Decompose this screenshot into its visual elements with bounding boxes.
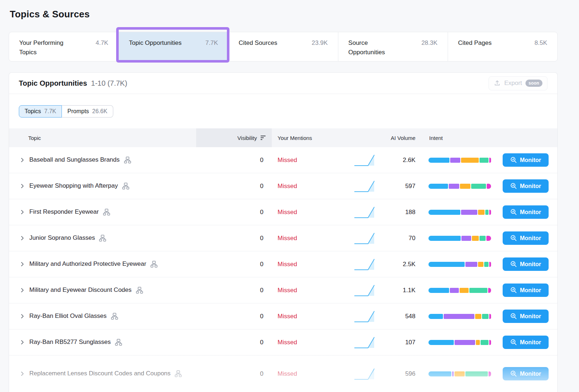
intent-segment: [485, 210, 489, 215]
mentions-status: Missed: [272, 235, 326, 242]
monitor-label: Monitor: [520, 209, 541, 216]
sitemap-icon: [122, 182, 130, 190]
intent-distribution-bar: [428, 314, 491, 319]
monitor-button[interactable]: Monitor: [503, 310, 549, 323]
mentions-status: Missed: [272, 261, 326, 268]
monitor-button[interactable]: Monitor: [503, 284, 549, 297]
sitemap-icon: [115, 338, 122, 346]
intent-distribution-bar: [428, 288, 491, 293]
topic-name[interactable]: Ray-Ban Elliot Oval Glasses: [29, 312, 107, 321]
intent-segment: [428, 184, 448, 189]
ai-volume-value: 2.5K: [377, 261, 415, 268]
intent-segment: [471, 184, 486, 189]
monitor-button[interactable]: Monitor: [503, 153, 549, 167]
intent-segment: [455, 371, 465, 376]
topic-name[interactable]: Military and Eyewear Discount Codes: [29, 286, 132, 295]
tab-cited-pages[interactable]: Cited Pages 8.5K: [448, 32, 557, 61]
topic-name[interactable]: Replacement Lenses Discount Codes and Co…: [29, 369, 170, 378]
toggle-prompts-count: 26.6K: [92, 108, 107, 115]
topic-name[interactable]: Ray-Ban RB5277 Sunglasses: [29, 338, 111, 347]
tab-source-opportunities[interactable]: Source Opportunities 28.3K: [338, 32, 448, 61]
intent-segment: [460, 288, 469, 293]
toggle-topics[interactable]: Topics 7.7K: [19, 105, 62, 118]
tab-count: 8.5K: [534, 38, 547, 48]
tab-your-performing-topics[interactable]: Your Performing Topics 4.7K: [9, 32, 119, 61]
tab-count: 4.7K: [96, 38, 108, 48]
intent-distribution-bar: [428, 340, 491, 345]
intent-segment: [428, 314, 443, 319]
mentions-status: Missed: [272, 157, 326, 164]
table-row: Baseball and Sunglasses Brands 0 Missed …: [9, 147, 557, 173]
ai-volume-value: 2.6K: [377, 157, 415, 164]
table-row: First Responder Eyewear 0 Missed 188: [9, 199, 557, 225]
expand-chevron-icon[interactable]: [19, 261, 25, 267]
upload-icon: [494, 80, 501, 87]
column-header-intent: Intent: [415, 128, 497, 147]
topic-name[interactable]: Junior Soprano Glasses: [29, 234, 95, 243]
export-button[interactable]: Export soon: [489, 76, 548, 90]
intent-segment: [450, 158, 460, 163]
expand-chevron-icon[interactable]: [19, 313, 25, 319]
intent-distribution-bar: [428, 158, 491, 163]
visibility-value: 0: [196, 157, 272, 164]
panel-range: 1-10 (7.7K): [91, 79, 127, 88]
intent-segment: [486, 236, 491, 241]
intent-segment: [489, 371, 491, 376]
monitor-button[interactable]: Monitor: [503, 336, 549, 349]
sitemap-icon: [111, 312, 118, 320]
intent-segment: [450, 288, 459, 293]
monitor-button[interactable]: Monitor: [503, 257, 549, 271]
table-body: Baseball and Sunglasses Brands 0 Missed …: [9, 147, 557, 392]
intent-segment: [488, 288, 491, 293]
intent-segment: [489, 262, 491, 267]
tab-count: 28.3K: [421, 38, 437, 48]
expand-chevron-icon[interactable]: [19, 339, 25, 345]
monitor-button[interactable]: Monitor: [503, 367, 549, 380]
expand-chevron-icon[interactable]: [19, 183, 25, 189]
expand-chevron-icon[interactable]: [19, 235, 25, 241]
topic-name[interactable]: Eyewear Shopping with Afterpay: [29, 182, 118, 191]
mentions-status: Missed: [272, 339, 326, 346]
visibility-sparkline: [326, 367, 377, 381]
monitor-magnifier-icon: [510, 261, 517, 268]
column-header-visibility[interactable]: Visibility: [196, 128, 272, 147]
tab-topic-opportunities[interactable]: Topic Opportunities 7.7K: [119, 32, 228, 61]
visibility-sparkline: [326, 179, 377, 193]
monitor-label: Monitor: [520, 235, 541, 242]
expand-chevron-icon[interactable]: [19, 287, 25, 293]
monitor-button[interactable]: Monitor: [503, 231, 549, 245]
toggle-prompts[interactable]: Prompts 26.6K: [62, 105, 113, 118]
monitor-magnifier-icon: [510, 339, 517, 346]
tab-count: 23.9K: [312, 38, 327, 48]
visibility-value: 0: [196, 261, 272, 268]
table-row: Ray-Ban RB5277 Sunglasses 0 Missed 107: [9, 329, 557, 355]
column-header-your-mentions: Your Mentions: [272, 128, 326, 147]
expand-chevron-icon[interactable]: [19, 371, 25, 377]
tab-label: Source Opportunities: [348, 38, 405, 57]
visibility-value: 0: [196, 313, 272, 320]
tab-label: Cited Sources: [238, 38, 277, 48]
topic-name[interactable]: First Responder Eyewear: [29, 208, 99, 217]
expand-chevron-icon[interactable]: [19, 209, 25, 215]
tab-cited-sources[interactable]: Cited Sources 23.9K: [228, 32, 338, 61]
ai-volume-value: 70: [377, 235, 415, 242]
toggle-topics-count: 7.7K: [44, 108, 56, 115]
intent-segment: [489, 210, 491, 215]
intent-distribution-bar: [428, 371, 491, 376]
monitor-button[interactable]: Monitor: [503, 179, 549, 193]
visibility-sparkline: [326, 284, 377, 297]
expand-chevron-icon[interactable]: [19, 157, 25, 163]
topic-name[interactable]: Military and Authorized Protective Eyewe…: [29, 260, 146, 269]
sitemap-icon: [124, 156, 131, 164]
column-header-topic: Topic: [9, 128, 196, 147]
table-header: Topic Visibility Your Mentions AI Volume…: [9, 128, 557, 147]
ai-volume-value: 1.1K: [377, 287, 415, 294]
intent-distribution-bar: [428, 184, 491, 189]
tab-bar: Your Performing Topics 4.7K Topic Opport…: [9, 32, 558, 61]
monitor-button[interactable]: Monitor: [503, 205, 549, 219]
intent-segment: [489, 314, 491, 319]
intent-segment: [455, 340, 475, 345]
sitemap-icon: [99, 234, 106, 242]
topic-name[interactable]: Baseball and Sunglasses Brands: [29, 155, 120, 165]
visibility-header-label: Visibility: [237, 135, 257, 141]
